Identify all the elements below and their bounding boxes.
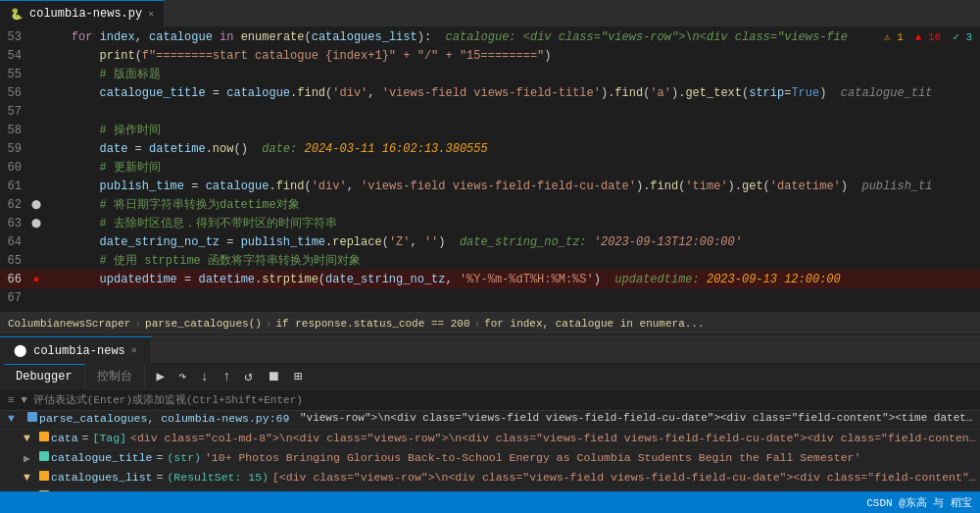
var-icon-2 <box>39 451 49 461</box>
panel-tab-label: ⬤ columbia-news <box>14 343 125 358</box>
debug-var-row-0[interactable]: ▼ parse_catalogues, columbia-news.py:69 … <box>0 411 980 431</box>
tab-close-button[interactable]: ✕ <box>148 8 154 20</box>
sub-tab-debugger-label: Debugger <box>16 370 73 384</box>
code-line-66: 66 ● updatedtime = datetime.strptime(dat… <box>0 270 980 288</box>
breadcrumb-item-1[interactable]: parse_catalogues() <box>145 318 262 330</box>
stop-button[interactable]: ⏹ <box>263 367 284 386</box>
panel-tab-bar: ⬤ columbia-news ✕ <box>0 336 980 364</box>
code-line-58: 58 # 操作时间 <box>0 121 980 139</box>
code-content-61: publish_time = catalogue.find('div', 'vi… <box>43 180 980 193</box>
tab-bar: 🐍 columbia-news.py ✕ <box>0 0 980 27</box>
tab-columbia-news-py[interactable]: 🐍 columbia-news.py ✕ <box>0 0 165 27</box>
line-number-54: 54 <box>0 49 29 63</box>
status-bar: CSDN @东高 与 稻宝 <box>0 491 980 513</box>
var-value-3: [<div class="views-row">\n<div class="vi… <box>272 471 976 484</box>
breadcrumb-item-2[interactable]: if response.status_code == 200 <box>275 318 469 330</box>
code-content-59: date = datetime.now() date: 2024-03-11 1… <box>43 142 980 156</box>
code-line-60: 60 # 更新时间 <box>0 158 980 177</box>
var-name-2: catalogue_title <box>51 451 153 464</box>
badge-err-53: ▲ 16 <box>911 31 945 43</box>
bottom-panel: ⬤ columbia-news ✕ Debugger 控制台 ▶ ↷ ↓ ↑ ↺… <box>0 335 980 513</box>
step-into-button[interactable]: ↓ <box>196 367 212 386</box>
code-line-65: 65 # 使用 strptime 函数将字符串转换为时间对象 <box>0 251 980 270</box>
breadcrumb: ColumbianewsScraper › parse_catalogues()… <box>0 312 980 335</box>
code-line-55: 55 # 版面标题 <box>0 65 980 83</box>
tab-label: columbia-news.py <box>29 7 142 21</box>
expand-icon-1: ▼ <box>24 432 39 444</box>
code-content-64: date_string_no_tz = publish_time.replace… <box>43 235 980 249</box>
code-content-60: # 更新时间 <box>43 159 980 176</box>
code-editor: 53 for index, catalogue in enumerate(cat… <box>0 27 980 312</box>
var-name-3: catalogues_list <box>51 471 153 484</box>
line-number-59: 59 <box>0 142 29 156</box>
code-content-53: for index, catalogue in enumerate(catalo… <box>43 30 980 44</box>
code-line-53: 53 for index, catalogue in enumerate(cat… <box>0 27 980 46</box>
line-number-53: 53 <box>0 30 29 44</box>
var-name-1: cata <box>51 432 78 444</box>
badge-info-53: ✓ 3 <box>949 30 976 43</box>
sub-tab-console-label: 控制台 <box>97 368 132 385</box>
code-content-56: catalogue_title = catalogue.find('div', … <box>43 86 980 100</box>
line-number-57: 57 <box>0 105 29 119</box>
code-line-56: 56 catalogue_title = catalogue.find('div… <box>0 83 980 102</box>
code-line-62: 62 ⬤ # 将日期字符串转换为datetime对象 <box>0 195 980 214</box>
panel-tab-columbia-news[interactable]: ⬤ columbia-news ✕ <box>0 336 152 364</box>
line-number-66: 66 <box>0 273 29 286</box>
var-eq-2: = <box>157 451 164 464</box>
line-number-55: 55 <box>0 68 29 81</box>
debug-var-row-2[interactable]: ▶ catalogue_title = (str) '10+ Photos Br… <box>0 450 980 470</box>
sub-tab-debugger[interactable]: Debugger <box>4 364 85 389</box>
expr-placeholder: 评估表达式(Enter)或添加监视(Ctrl+Shift+Enter) <box>33 392 303 407</box>
breadcrumb-item-0[interactable]: ColumbianewsScraper <box>8 318 130 330</box>
var-icon-3 <box>39 471 49 481</box>
restart-button[interactable]: ↺ <box>240 366 256 386</box>
line-number-56: 56 <box>0 86 29 100</box>
line-number-63: 63 <box>0 217 29 231</box>
code-content-55: # 版面标题 <box>43 66 980 82</box>
step-out-button[interactable]: ↑ <box>219 367 234 386</box>
var-eq-3: = <box>157 471 164 484</box>
code-line-67: 67 <box>0 288 980 307</box>
var-name-0: parse_catalogues, columbia-news.py:69 <box>39 412 289 425</box>
line-number-61: 61 <box>0 180 29 193</box>
code-line-54: 54 print(f"========start catalogue {inde… <box>0 46 980 65</box>
var-value-0: "views-row">\n<div class="views-field vi… <box>293 412 976 424</box>
breadcrumb-sep-2: › <box>474 318 481 330</box>
panel-tab-close[interactable]: ✕ <box>131 344 137 356</box>
sub-tab-console[interactable]: 控制台 <box>85 364 145 389</box>
status-text: CSDN @东高 与 稻宝 <box>866 495 972 510</box>
line-number-58: 58 <box>0 124 29 137</box>
sub-tab-bar: Debugger 控制台 ▶ ↷ ↓ ↑ ↺ ⏹ ⊞ <box>0 364 980 389</box>
gutter-63: ⬤ <box>29 218 43 229</box>
var-type-1: [Tag] <box>93 432 127 444</box>
continue-button[interactable]: ▶ <box>153 366 169 386</box>
code-content-66: updatedtime = datetime.strptime(date_str… <box>43 273 980 286</box>
var-icon-1 <box>39 432 49 441</box>
var-eq-1: = <box>82 432 89 444</box>
code-content-63: # 去除时区信息，得到不带时区的时间字符串 <box>43 215 980 231</box>
line-number-64: 64 <box>0 235 29 249</box>
expression-bar[interactable]: ≡ ▼ 评估表达式(Enter)或添加监视(Ctrl+Shift+Enter) <box>0 389 980 411</box>
var-type-3: (ResultSet: 15) <box>167 471 269 484</box>
code-line-64: 64 date_string_no_tz = publish_time.repl… <box>0 232 980 251</box>
line-number-60: 60 <box>0 161 29 175</box>
breadcrumb-item-3[interactable]: for index, catalogue in enumera... <box>484 318 704 330</box>
code-content-58: # 操作时间 <box>43 122 980 138</box>
expand-icon-3: ▼ <box>24 471 39 484</box>
code-line-61: 61 publish_time = catalogue.find('div', … <box>0 177 980 195</box>
var-type-2: (str) <box>167 451 201 464</box>
code-content-62: # 将日期字符串转换为datetime对象 <box>43 196 980 213</box>
expand-icon-2: ▶ <box>24 451 39 465</box>
badge-warn-53: ⚠ 1 <box>880 30 907 43</box>
step-over-button[interactable]: ↷ <box>174 366 190 386</box>
code-content-54: print(f"========start catalogue {index+1… <box>43 49 980 63</box>
code-content-65: # 使用 strptime 函数将字符串转换为时间对象 <box>43 252 980 269</box>
code-line-59: 59 date = datetime.now() date: 2024-03-1… <box>0 139 980 158</box>
debug-var-row-1[interactable]: ▼ cata = [Tag] <div class="col-md-8">\n<… <box>0 431 980 450</box>
breakpoint-66: ● <box>29 274 43 285</box>
python-icon: 🐍 <box>10 8 24 21</box>
var-value-2: '10+ Photos Bringing Glorious Back-to-Sc… <box>205 451 976 464</box>
more-button[interactable]: ⊞ <box>290 366 306 386</box>
line-number-65: 65 <box>0 254 29 268</box>
debug-var-row-3[interactable]: ▼ catalogues_list = (ResultSet: 15) [<di… <box>0 470 980 489</box>
